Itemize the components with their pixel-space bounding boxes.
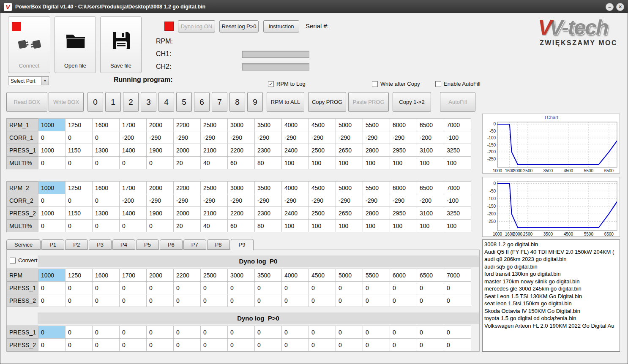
table-cell[interactable]: 0 [281,281,309,294]
table-cell[interactable]: 100 [417,156,444,169]
table-cell[interactable]: 0 [390,281,417,294]
table-cell[interactable]: 0 [254,326,282,339]
table-cell[interactable]: 0 [92,131,120,144]
table-cell[interactable]: 2200 [173,118,201,131]
table-cell[interactable]: 6500 [417,181,444,194]
table-cell[interactable]: 2800 [363,144,390,157]
table-cell[interactable]: 3250 [444,144,471,157]
chevron-down-icon[interactable]: ▼ [41,77,49,85]
table-cell[interactable]: 0 [309,294,336,307]
table-cell[interactable]: 0 [281,338,309,351]
table-cell[interactable]: 2650 [336,144,363,157]
table-cell[interactable]: 1250 [65,269,93,282]
digit-button-1[interactable]: 1 [105,92,121,112]
table-cell[interactable]: 60 [227,219,255,232]
table-cell[interactable]: 100 [281,219,309,232]
table-cell[interactable]: 5000 [336,118,363,131]
table-cell[interactable]: 2000 [173,144,201,157]
table-cell[interactable]: 0 [363,281,390,294]
table-cell[interactable]: 0 [444,294,471,307]
autofill-button[interactable]: AutoFill [440,92,475,112]
table-cell[interactable]: -290 [336,194,363,207]
table-cell[interactable]: 0 [444,338,471,351]
table-cell[interactable]: 100 [336,219,363,232]
table-cell[interactable]: 2300 [254,206,282,220]
table-cell[interactable]: 1700 [119,118,147,131]
table-cell[interactable]: 2000 [146,118,174,131]
table-cell[interactable]: 2400 [281,144,309,157]
table-cell[interactable]: 2650 [336,206,363,220]
tab-p5[interactable]: P5 [136,239,159,250]
file-list-item[interactable]: audi q8 286km 2023 go digital.bin [484,255,618,263]
table-cell[interactable]: 0 [444,326,471,339]
table-cell[interactable]: 1700 [119,269,147,282]
table-cell[interactable]: 0 [417,338,444,351]
table-cell[interactable]: 1900 [146,206,174,220]
table-cell[interactable]: 0 [92,194,120,207]
table-cell[interactable]: -290 [363,194,390,207]
table-cell[interactable]: 1300 [92,206,120,220]
table-cell[interactable]: 0 [119,219,147,232]
table-cell[interactable]: 0 [173,338,201,351]
table-cell[interactable]: 0 [336,281,363,294]
table-cell[interactable]: 1150 [65,206,93,220]
table-cell[interactable]: 0 [119,156,147,169]
table-cell[interactable]: 0 [390,294,417,307]
table-cell[interactable]: -290 [363,131,390,144]
table-cell[interactable]: 20 [173,156,201,169]
tab-p1[interactable]: P1 [41,239,64,250]
table-cell[interactable]: 0 [390,326,417,339]
save-file-button[interactable]: Save file [100,16,142,73]
digit-button-6[interactable]: 6 [194,92,210,112]
table-cell[interactable]: 0 [227,338,255,351]
file-list-item[interactable]: Skoda Octavia IV 150KM Go Digital.bin [484,307,618,315]
table-cell[interactable]: -200 [417,131,444,144]
table-cell[interactable]: 0 [254,294,282,307]
table-cell[interactable]: -290 [254,194,282,207]
table-cell[interactable]: 1000 [38,206,66,220]
table-cell[interactable]: 2500 [200,181,228,194]
digit-button-8[interactable]: 8 [229,92,245,112]
table-cell[interactable]: -290 [146,131,174,144]
table-cell[interactable]: 2300 [254,144,282,157]
table-cell[interactable]: 100 [390,156,417,169]
table-cell[interactable]: 0 [38,194,66,207]
file-list-item[interactable]: master 170km nowy silnik go digital.bin [484,278,618,285]
table-cell[interactable]: 80 [254,219,282,232]
table-cell[interactable]: 100 [336,156,363,169]
table-cell[interactable]: 2500 [309,144,336,157]
table-cell[interactable]: 1000 [38,269,66,282]
table-cell[interactable]: 2800 [363,206,390,220]
table-cell[interactable]: 20 [173,219,201,232]
table-cell[interactable]: -290 [146,194,174,207]
table-cell[interactable]: 100 [390,219,417,232]
table-cell[interactable]: 1400 [119,206,147,220]
table-cell[interactable]: 2200 [227,206,255,220]
table-cell[interactable]: 3500 [254,118,282,131]
table-cell[interactable]: 0 [65,219,93,232]
tab-service[interactable]: Service [6,239,41,250]
table-cell[interactable]: 6500 [417,269,444,282]
connect-button[interactable]: Connect [8,16,50,73]
table-cell[interactable]: 0 [92,338,120,351]
table-cell[interactable]: 2200 [173,269,201,282]
paste-prog-button[interactable]: Paste PROG [348,92,389,112]
dyno-log-on-button[interactable]: Dyno log ON [178,20,215,33]
table-cell[interactable]: -290 [336,131,363,144]
table-cell[interactable]: -100 [444,131,471,144]
digit-button-9[interactable]: 9 [247,92,263,112]
titlebar[interactable]: V PowerBox Digital v1.40 - C:\Users\Prod… [0,0,628,13]
table-cell[interactable]: 6000 [390,269,417,282]
table-cell[interactable]: 0 [363,326,390,339]
table-cell[interactable]: 2000 [173,206,201,220]
table-cell[interactable]: 3500 [254,269,282,282]
table-cell[interactable]: 0 [38,281,66,294]
table-cell[interactable]: -290 [309,131,336,144]
convert-to-mbar-checkbox[interactable] [10,258,16,263]
table-cell[interactable]: 0 [38,219,66,232]
table-cell[interactable]: 100 [281,156,309,169]
table-cell[interactable]: 2100 [200,206,228,220]
table-cell[interactable]: 100 [309,156,336,169]
tab-p6[interactable]: P6 [160,239,183,250]
table-cell[interactable]: 3100 [417,144,444,157]
